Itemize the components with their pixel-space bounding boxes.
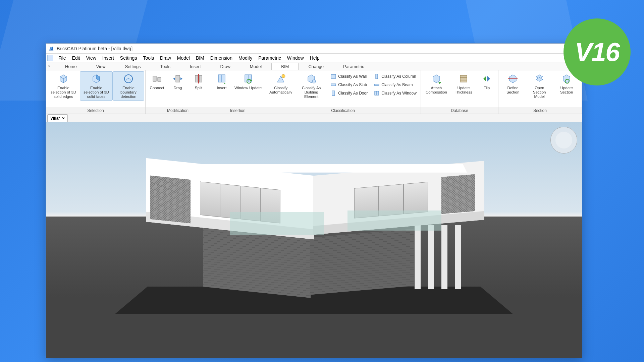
- door-icon: [330, 90, 336, 96]
- attach-composition-icon: [430, 73, 442, 85]
- menu-dimension[interactable]: Dimension: [207, 54, 235, 62]
- menu-file[interactable]: File: [55, 54, 69, 62]
- classify-auto-icon: [275, 73, 287, 85]
- ribbon-group-database: Attach Composition Update Thickness Flip…: [421, 70, 498, 114]
- drag-button[interactable]: Drag: [167, 71, 188, 92]
- attach-composition-button[interactable]: Attach Composition: [422, 71, 451, 96]
- ribbon: Enable selection of 3D solid edges Enabl…: [46, 70, 582, 114]
- building-element-icon: [305, 73, 317, 85]
- ribbon-tab-draw[interactable]: Draw: [211, 63, 240, 70]
- label: Classify As Slab: [338, 82, 367, 87]
- split-icon: [193, 73, 205, 85]
- open-section-model-button[interactable]: Open Section Model: [526, 71, 552, 101]
- enable-edge-selection-button[interactable]: Enable selection of 3D solid edges: [47, 71, 80, 101]
- svg-rect-11: [331, 74, 336, 78]
- wall-icon: [330, 73, 336, 79]
- svg-point-9: [282, 74, 285, 78]
- ribbon-tab-change[interactable]: Change: [299, 63, 333, 70]
- ribbon-tab-bim[interactable]: BIM: [271, 63, 299, 70]
- system-menu-icon[interactable]: [47, 55, 53, 61]
- window-title: BricsCAD Platinum beta - [Villa.dwg]: [57, 46, 132, 51]
- label: Classify Automatically: [269, 86, 293, 95]
- menu-edit[interactable]: Edit: [69, 54, 83, 62]
- open-section-icon: [533, 73, 545, 85]
- app-logo-icon: [48, 46, 54, 52]
- flip-button[interactable]: Flip: [476, 71, 497, 92]
- group-title: Classification: [265, 107, 421, 114]
- menu-bim[interactable]: BIM: [193, 54, 207, 62]
- ribbon-tab-settings[interactable]: Settings: [115, 63, 151, 70]
- building-model: [146, 148, 482, 322]
- label: Classify As Column: [381, 74, 416, 79]
- ribbon-tab-tools[interactable]: Tools: [151, 63, 180, 70]
- classify-wall-button[interactable]: Classify As Wall: [328, 73, 370, 80]
- define-section-button[interactable]: Define Section: [499, 71, 526, 96]
- classify-column-button[interactable]: Classify As Column: [372, 73, 419, 80]
- title-bar: BricsCAD Platinum beta - [Villa.dwg]: [46, 44, 582, 54]
- svg-rect-13: [332, 91, 335, 96]
- classify-beam-button[interactable]: Classify As Beam: [372, 81, 419, 88]
- connect-button[interactable]: Connect: [147, 71, 167, 92]
- menu-modify[interactable]: Modify: [235, 54, 255, 62]
- classify-building-element-button[interactable]: Classify As Building Element: [295, 71, 327, 101]
- menu-help[interactable]: Help: [307, 54, 323, 62]
- ribbon-tab-insert[interactable]: Insert: [180, 63, 211, 70]
- flip-icon: [481, 73, 493, 85]
- view-compass-widget[interactable]: [550, 127, 577, 154]
- document-tab-villa[interactable]: Villa* ×: [47, 114, 68, 122]
- label: Update Thickness: [453, 86, 474, 95]
- enable-boundary-detection-button[interactable]: Enable boundary detection: [113, 71, 144, 101]
- update-thickness-button[interactable]: Update Thickness: [451, 71, 476, 96]
- svg-rect-2: [195, 75, 198, 82]
- menu-tools[interactable]: Tools: [140, 54, 157, 62]
- document-tab-strip: Villa* ×: [46, 114, 582, 122]
- update-thickness-icon: [458, 73, 470, 85]
- svg-rect-12: [331, 84, 336, 86]
- label: Split: [195, 86, 202, 90]
- ribbon-tab-view[interactable]: View: [87, 63, 115, 70]
- svg-rect-1: [176, 75, 180, 82]
- app-window: BricsCAD Platinum beta - [Villa.dwg] Fil…: [46, 43, 582, 358]
- label: Enable selection of 3D solid edges: [49, 86, 77, 99]
- window-update-button[interactable]: Window Update: [232, 71, 264, 92]
- svg-point-10: [312, 80, 316, 83]
- svg-rect-18: [460, 75, 467, 82]
- group-title: Selection: [46, 107, 145, 114]
- enable-face-selection-button[interactable]: Enable selection of 3D solid faces: [80, 71, 113, 101]
- menu-draw[interactable]: Draw: [157, 54, 174, 62]
- ribbon-group-modification: Connect Drag Split Modification: [146, 70, 210, 114]
- group-title: Section: [498, 107, 582, 114]
- menu-insert[interactable]: Insert: [99, 54, 117, 62]
- model-viewport[interactable]: [46, 122, 582, 358]
- classify-window-button[interactable]: Classify As Window: [372, 89, 419, 97]
- boundary-icon: [122, 73, 135, 85]
- label: Window Update: [234, 86, 262, 90]
- label: Classify As Wall: [338, 74, 367, 79]
- classify-door-button[interactable]: Classify As Door: [328, 89, 370, 97]
- ribbon-group-classification: Classify Automatically Classify As Build…: [265, 70, 421, 114]
- insert-button[interactable]: Insert: [211, 71, 232, 92]
- beam-icon: [374, 82, 380, 88]
- ribbon-tab-parametric[interactable]: Parametric: [333, 63, 374, 70]
- menu-window[interactable]: Window: [284, 54, 307, 62]
- ribbon-group-section: Define Section Open Section Model Update…: [498, 70, 582, 114]
- drag-icon: [172, 73, 184, 85]
- ribbon-tab-home[interactable]: Home: [55, 63, 87, 70]
- split-button[interactable]: Split: [188, 71, 209, 92]
- ribbon-group-selection: Enable selection of 3D solid edges Enabl…: [46, 70, 146, 114]
- menu-model[interactable]: Model: [174, 54, 193, 62]
- menu-settings[interactable]: Settings: [117, 54, 140, 62]
- define-section-icon: [507, 73, 519, 85]
- ribbon-tab-model[interactable]: Model: [240, 63, 271, 70]
- classify-auto-button[interactable]: Classify Automatically: [266, 71, 295, 96]
- slab-icon: [330, 82, 336, 88]
- menu-parametric[interactable]: Parametric: [255, 54, 284, 62]
- close-document-icon[interactable]: ×: [62, 116, 65, 121]
- classify-slab-button[interactable]: Classify As Slab: [328, 81, 370, 88]
- label: Update Section: [555, 86, 578, 95]
- label: Connect: [150, 86, 164, 90]
- menu-view[interactable]: View: [83, 54, 99, 62]
- menu-bar: File Edit View Insert Settings Tools Dra…: [46, 54, 582, 62]
- label: Drag: [174, 86, 182, 90]
- ribbon-close-icon[interactable]: ×: [47, 62, 52, 70]
